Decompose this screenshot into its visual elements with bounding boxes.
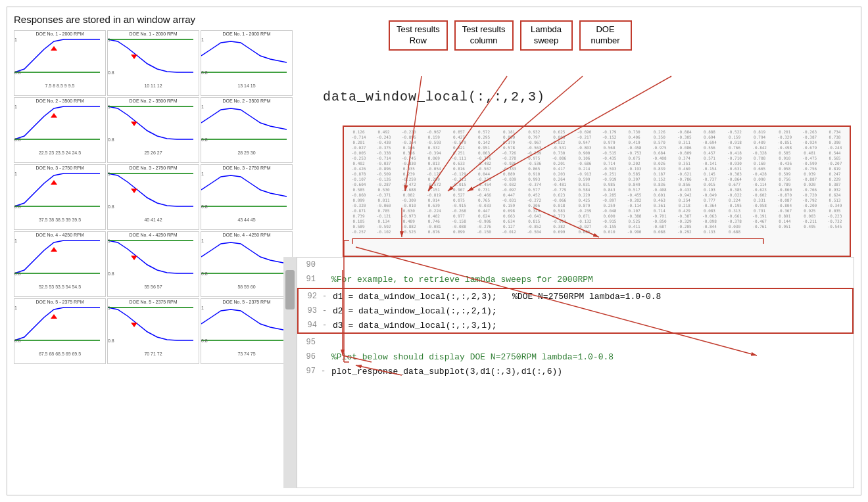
matrix-cell: 0.925 [798, 208, 822, 213]
matrix-cell: 0.985 [597, 182, 621, 187]
line-dash: - [322, 306, 333, 315]
matrix-cell: 0.773 [547, 214, 571, 218]
plot-title: DOE No. 1 - 2000 RPM [108, 31, 199, 36]
svg-text:0.8: 0.8 [108, 204, 114, 209]
matrix-cell: -0.263 [798, 129, 822, 134]
matrix-cell: -0.737 [697, 177, 721, 181]
matrix-cell: -0.027 [347, 145, 371, 150]
matrix-cell: -0.878 [347, 171, 371, 176]
matrix-cell: 0.201 [773, 129, 797, 134]
matrix-cell: 0.879 [572, 203, 596, 208]
scrollbar-thumb[interactable] [285, 270, 295, 309]
plot-cell: DOE No. 1 - 2000 RPM 1 0.8 13 14 15 [201, 30, 293, 96]
matrix-cell: 0.843 [597, 187, 621, 192]
matrix-cell: 0.785 [372, 208, 396, 213]
matrix-cell: -0.111 [446, 156, 471, 160]
code-line: 97-plot_response_data_subplot(3,d1(:,3),… [297, 364, 854, 378]
matrix-cell: -0.761 [748, 224, 772, 229]
matrix-cell: -0.207 [823, 161, 847, 166]
matrix-cell: -0.428 [748, 171, 772, 176]
matrix-cell: -0.191 [748, 214, 772, 218]
matrix-cell: 0.159 [422, 135, 446, 139]
matrix-cell: -0.467 [748, 219, 772, 223]
matrix-cell: -0.010 [397, 203, 421, 208]
matrix-cell: 0.639 [422, 203, 446, 208]
matrix-cell: -0.329 [773, 135, 797, 139]
matrix-cell: 0.181 [497, 129, 521, 134]
matrix-cell: -0.714 [372, 156, 396, 160]
svg-text:0.8: 0.8 [108, 271, 114, 276]
matrix-cell: -0.086 [672, 145, 696, 150]
matrix-cell: 0.069 [422, 156, 446, 160]
matrix-cell: -0.367 [773, 208, 797, 213]
matrix-cell: -0.531 [547, 145, 571, 150]
matrix-cell: 0.010 [597, 229, 621, 234]
matrix-cell: -0.563 [522, 145, 546, 150]
scrollbar-area[interactable] [283, 257, 297, 488]
matrix-cell: 0.688 [722, 229, 746, 234]
code-panel: 9091%For example, to retrieve lambda swe… [297, 257, 854, 488]
matrix-cell: -0.276 [471, 224, 496, 229]
plot-xaxis: 55 56 57 [108, 285, 199, 289]
matrix-cell: 0.126 [347, 129, 371, 134]
matrix-cell: 0.350 [647, 135, 671, 139]
matrix-cell: -0.896 [372, 166, 396, 171]
matrix-cell: 0.583 [547, 208, 571, 213]
plot-xaxis: 40 41 42 [108, 217, 199, 222]
plot-canvas: 1 0.8 [14, 237, 105, 285]
plot-title: DOE No. 4 - 4250 RPM [14, 232, 105, 237]
matrix-cell: -0.776 [471, 156, 496, 160]
matrix-cell: 0.214 [572, 166, 596, 171]
plot-cell: DOE No. 5 - 2375 RPM 1 0.8 70 71 72 [107, 298, 199, 364]
plot-cell: DOE No. 3 - 2750 RPM 1 0.8 40 41 42 [107, 164, 199, 230]
line-content: d1 = data_window_local(:,:,2,3); %DOE N=… [333, 292, 852, 302]
plot-xaxis: 22.5 23 23.5 24 24.5 [14, 150, 105, 155]
matrix-cell: 0.939 [798, 171, 822, 176]
matrix-cell: 0.797 [522, 135, 546, 139]
svg-text:0.8: 0.8 [14, 137, 21, 142]
matrix-cell: -0.482 [471, 161, 496, 166]
matrix-cell: -0.272 [522, 198, 546, 202]
matrix-cell: -0.720 [798, 193, 822, 197]
svg-text:0.8: 0.8 [201, 338, 208, 343]
matrix-cell: -0.220 [397, 129, 421, 134]
matrix-cell: -0.305 [672, 135, 696, 139]
matrix-cell: -0.430 [372, 140, 396, 145]
matrix-cell: 0.932 [522, 129, 546, 134]
lambda-sweep-label: Lambda sweep [520, 20, 573, 51]
matrix-cell: -0.127 [422, 171, 446, 176]
matrix-cell: -0.385 [722, 187, 746, 192]
code-line: 96%Plot below should display DOE N=2750R… [297, 350, 854, 364]
matrix-cell: -0.257 [347, 229, 371, 234]
matrix-cell: 0.899 [446, 229, 471, 234]
matrix-cell: -0.378 [722, 219, 746, 223]
plot-canvas: 1 0.8 [201, 36, 292, 83]
matrix-cell: -0.745 [397, 156, 421, 160]
matrix-cell: -0.958 [748, 203, 772, 208]
matrix-cell: 0.556 [697, 145, 721, 150]
matrix-cell: -0.643 [522, 214, 546, 218]
matrix-cell: -0.973 [397, 214, 421, 218]
svg-text:1: 1 [201, 306, 204, 310]
matrix-cell: 0.201 [347, 140, 371, 145]
matrix-cell: 0.063 [471, 150, 496, 155]
line-content: d2 = data_window_local(:,:,2,1); [333, 306, 852, 316]
matrix-cell: -0.081 [422, 224, 446, 229]
matrix-cell: -0.930 [722, 161, 746, 166]
matrix-cell: 0.585 [347, 187, 371, 192]
plot-xaxis: 70 71 72 [108, 352, 199, 356]
svg-marker-26 [51, 247, 57, 252]
matrix-cell: -0.320 [347, 203, 371, 208]
data-matrix: 0.1260.492-0.220-0.9670.8570.5720.1810.9… [343, 126, 851, 257]
matrix-cell: 0.935 [397, 166, 421, 171]
matrix-cell: -0.454 [471, 182, 496, 187]
matrix-cell: -0.364 [397, 140, 421, 145]
matrix-cell: -0.388 [622, 214, 646, 218]
matrix-cell: -0.126 [372, 177, 396, 181]
matrix-cell: -0.851 [773, 140, 797, 145]
matrix-cell: 0.382 [547, 224, 571, 229]
matrix-cell: -0.687 [647, 224, 671, 229]
matrix-cell: -0.012 [497, 229, 521, 234]
svg-text:1: 1 [108, 306, 110, 310]
matrix-cell: -0.458 [622, 145, 646, 150]
